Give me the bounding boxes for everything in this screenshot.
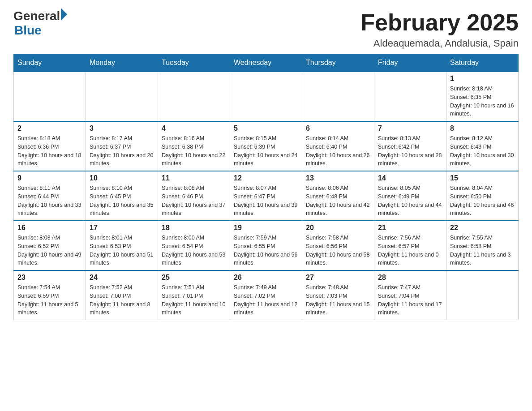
calendar-week-row: 23Sunrise: 7:54 AMSunset: 6:59 PMDayligh…	[14, 270, 519, 320]
day-number: 21	[378, 224, 442, 232]
calendar-cell: 28Sunrise: 7:47 AMSunset: 7:04 PMDayligh…	[374, 270, 446, 320]
calendar-cell: 23Sunrise: 7:54 AMSunset: 6:59 PMDayligh…	[14, 270, 86, 320]
day-info: Sunrise: 8:06 AMSunset: 6:48 PMDaylight:…	[306, 184, 370, 218]
calendar-week-row: 1Sunrise: 8:18 AMSunset: 6:35 PMDaylight…	[14, 72, 519, 121]
calendar-cell: 7Sunrise: 8:13 AMSunset: 6:42 PMDaylight…	[374, 121, 446, 171]
weekday-header-sunday: Sunday	[14, 54, 86, 72]
day-info: Sunrise: 7:54 AMSunset: 6:59 PMDaylight:…	[17, 283, 82, 317]
day-info: Sunrise: 7:51 AMSunset: 7:01 PMDaylight:…	[162, 283, 226, 317]
calendar-cell: 19Sunrise: 7:59 AMSunset: 6:55 PMDayligh…	[230, 221, 302, 270]
day-number: 22	[450, 224, 515, 232]
calendar-week-row: 9Sunrise: 8:11 AMSunset: 6:44 PMDaylight…	[14, 171, 519, 221]
day-info: Sunrise: 8:10 AMSunset: 6:45 PMDaylight:…	[90, 184, 154, 218]
day-info: Sunrise: 8:01 AMSunset: 6:53 PMDaylight:…	[90, 234, 154, 267]
calendar-cell	[374, 72, 446, 121]
day-info: Sunrise: 8:03 AMSunset: 6:52 PMDaylight:…	[17, 234, 82, 267]
day-info: Sunrise: 8:13 AMSunset: 6:42 PMDaylight:…	[378, 134, 442, 168]
day-info: Sunrise: 8:16 AMSunset: 6:38 PMDaylight:…	[162, 134, 226, 168]
day-number: 20	[306, 224, 370, 232]
day-number: 26	[234, 274, 298, 282]
day-number: 11	[162, 174, 226, 182]
day-number: 4	[162, 124, 226, 133]
day-info: Sunrise: 8:04 AMSunset: 6:50 PMDaylight:…	[450, 184, 515, 218]
day-number: 28	[378, 274, 442, 282]
calendar-cell: 16Sunrise: 8:03 AMSunset: 6:52 PMDayligh…	[14, 221, 86, 270]
calendar-cell	[14, 72, 86, 121]
day-info: Sunrise: 8:18 AMSunset: 6:35 PMDaylight:…	[450, 85, 515, 118]
calendar-cell: 17Sunrise: 8:01 AMSunset: 6:53 PMDayligh…	[86, 221, 158, 270]
month-title: February 2025	[360, 9, 519, 36]
day-number: 6	[306, 124, 370, 133]
day-info: Sunrise: 7:47 AMSunset: 7:04 PMDaylight:…	[378, 283, 442, 317]
calendar-cell: 3Sunrise: 8:17 AMSunset: 6:37 PMDaylight…	[86, 121, 158, 171]
day-info: Sunrise: 7:56 AMSunset: 6:57 PMDaylight:…	[378, 234, 442, 267]
calendar-cell: 5Sunrise: 8:15 AMSunset: 6:39 PMDaylight…	[230, 121, 302, 171]
calendar-cell: 22Sunrise: 7:55 AMSunset: 6:58 PMDayligh…	[446, 221, 519, 270]
day-number: 24	[90, 274, 154, 282]
calendar-week-row: 2Sunrise: 8:18 AMSunset: 6:36 PMDaylight…	[14, 121, 519, 171]
calendar-table: SundayMondayTuesdayWednesdayThursdayFrid…	[13, 54, 519, 320]
day-number: 17	[90, 224, 154, 232]
day-info: Sunrise: 8:11 AMSunset: 6:44 PMDaylight:…	[17, 184, 82, 218]
location-text: Aldeaquemada, Andalusia, Spain	[360, 38, 519, 49]
calendar-cell: 8Sunrise: 8:12 AMSunset: 6:43 PMDaylight…	[446, 121, 519, 171]
weekday-header-wednesday: Wednesday	[230, 54, 302, 72]
calendar-cell	[230, 72, 302, 121]
calendar-cell: 24Sunrise: 7:52 AMSunset: 7:00 PMDayligh…	[86, 270, 158, 320]
calendar-cell: 10Sunrise: 8:10 AMSunset: 6:45 PMDayligh…	[86, 171, 158, 221]
calendar-cell: 21Sunrise: 7:56 AMSunset: 6:57 PMDayligh…	[374, 221, 446, 270]
day-info: Sunrise: 8:18 AMSunset: 6:36 PMDaylight:…	[17, 134, 82, 168]
weekday-header-saturday: Saturday	[446, 54, 519, 72]
day-number: 19	[234, 224, 298, 232]
calendar-cell: 18Sunrise: 8:00 AMSunset: 6:54 PMDayligh…	[158, 221, 230, 270]
day-info: Sunrise: 8:14 AMSunset: 6:40 PMDaylight:…	[306, 134, 370, 168]
weekday-header-row: SundayMondayTuesdayWednesdayThursdayFrid…	[14, 54, 519, 72]
calendar-cell: 6Sunrise: 8:14 AMSunset: 6:40 PMDaylight…	[302, 121, 374, 171]
logo-arrow-icon	[61, 8, 67, 21]
day-number: 3	[90, 124, 154, 133]
day-info: Sunrise: 8:05 AMSunset: 6:49 PMDaylight:…	[378, 184, 442, 218]
day-number: 2	[17, 124, 82, 133]
logo-blue-text: Blue	[14, 23, 42, 38]
day-info: Sunrise: 7:58 AMSunset: 6:56 PMDaylight:…	[306, 234, 370, 267]
day-number: 14	[378, 174, 442, 182]
calendar-cell: 11Sunrise: 8:08 AMSunset: 6:46 PMDayligh…	[158, 171, 230, 221]
weekday-header-thursday: Thursday	[302, 54, 374, 72]
day-number: 23	[17, 274, 82, 282]
day-number: 1	[450, 75, 515, 83]
day-info: Sunrise: 7:55 AMSunset: 6:58 PMDaylight:…	[450, 234, 515, 267]
day-number: 27	[306, 274, 370, 282]
logo: General Blue	[13, 9, 67, 38]
day-number: 10	[90, 174, 154, 182]
weekday-header-tuesday: Tuesday	[158, 54, 230, 72]
calendar-cell: 2Sunrise: 8:18 AMSunset: 6:36 PMDaylight…	[14, 121, 86, 171]
calendar-cell: 27Sunrise: 7:48 AMSunset: 7:03 PMDayligh…	[302, 270, 374, 320]
day-info: Sunrise: 7:48 AMSunset: 7:03 PMDaylight:…	[306, 283, 370, 317]
title-section: February 2025 Aldeaquemada, Andalusia, S…	[360, 9, 519, 49]
day-number: 12	[234, 174, 298, 182]
calendar-week-row: 16Sunrise: 8:03 AMSunset: 6:52 PMDayligh…	[14, 221, 519, 270]
day-info: Sunrise: 8:08 AMSunset: 6:46 PMDaylight:…	[162, 184, 226, 218]
weekday-header-friday: Friday	[374, 54, 446, 72]
day-number: 8	[450, 124, 515, 133]
calendar-cell	[158, 72, 230, 121]
day-info: Sunrise: 7:52 AMSunset: 7:00 PMDaylight:…	[90, 283, 154, 317]
calendar-cell: 25Sunrise: 7:51 AMSunset: 7:01 PMDayligh…	[158, 270, 230, 320]
day-info: Sunrise: 8:12 AMSunset: 6:43 PMDaylight:…	[450, 134, 515, 168]
day-number: 9	[17, 174, 82, 182]
day-number: 25	[162, 274, 226, 282]
day-number: 16	[17, 224, 82, 232]
calendar-cell: 9Sunrise: 8:11 AMSunset: 6:44 PMDaylight…	[14, 171, 86, 221]
day-number: 15	[450, 174, 515, 182]
calendar-cell: 12Sunrise: 8:07 AMSunset: 6:47 PMDayligh…	[230, 171, 302, 221]
calendar-cell: 4Sunrise: 8:16 AMSunset: 6:38 PMDaylight…	[158, 121, 230, 171]
day-info: Sunrise: 8:00 AMSunset: 6:54 PMDaylight:…	[162, 234, 226, 267]
calendar-cell: 13Sunrise: 8:06 AMSunset: 6:48 PMDayligh…	[302, 171, 374, 221]
calendar-cell: 26Sunrise: 7:49 AMSunset: 7:02 PMDayligh…	[230, 270, 302, 320]
day-info: Sunrise: 7:59 AMSunset: 6:55 PMDaylight:…	[234, 234, 298, 267]
day-info: Sunrise: 8:17 AMSunset: 6:37 PMDaylight:…	[90, 134, 154, 168]
calendar-cell: 15Sunrise: 8:04 AMSunset: 6:50 PMDayligh…	[446, 171, 519, 221]
day-info: Sunrise: 7:49 AMSunset: 7:02 PMDaylight:…	[234, 283, 298, 317]
weekday-header-monday: Monday	[86, 54, 158, 72]
calendar-cell: 14Sunrise: 8:05 AMSunset: 6:49 PMDayligh…	[374, 171, 446, 221]
